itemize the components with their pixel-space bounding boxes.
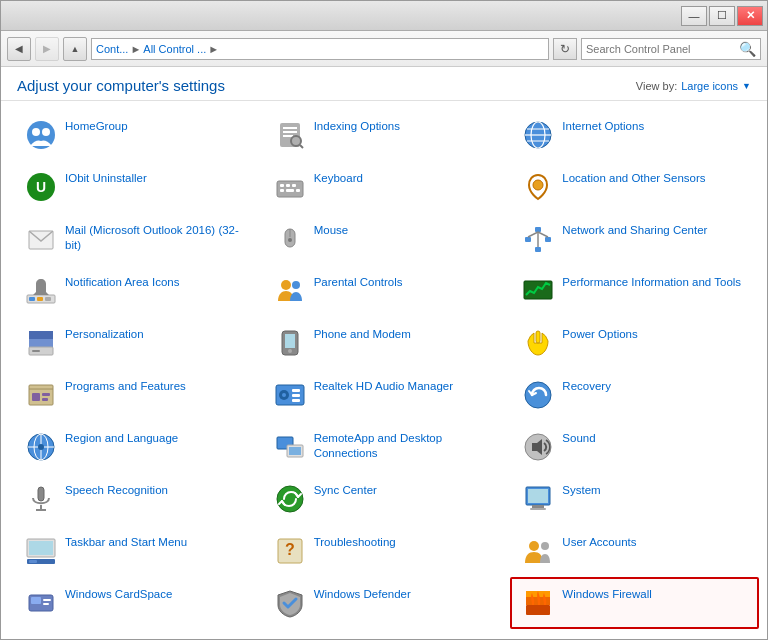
cp-item-parental-controls[interactable]: Parental Controls — [262, 265, 511, 317]
cp-item-mouse[interactable]: Mouse — [262, 213, 511, 265]
svg-point-40 — [292, 281, 300, 289]
cp-item-personalization[interactable]: Personalization — [13, 317, 262, 369]
recovery-icon — [520, 377, 556, 413]
cp-item-mail-outlook[interactable]: Mail (Microsoft Outlook 2016) (32-bit) — [13, 213, 262, 265]
minimize-button[interactable]: ― — [681, 6, 707, 26]
svg-rect-58 — [292, 389, 300, 392]
up-button[interactable]: ▲ — [63, 37, 87, 61]
address-path[interactable]: Cont... ► All Control ... ► — [91, 38, 549, 60]
cp-item-realtek-audio[interactable]: Realtek HD Audio Manager — [262, 369, 511, 421]
cp-item-troubleshooting[interactable]: ?Troubleshooting — [262, 525, 511, 577]
audio-icon — [272, 377, 308, 413]
cp-item-performance-info[interactable]: Performance Information and Tools — [510, 265, 759, 317]
cp-item-location-sensors[interactable]: Location and Other Sensors — [510, 161, 759, 213]
cp-item-sync-center[interactable]: Sync Center — [262, 473, 511, 525]
view-by-label: View by: — [636, 80, 677, 92]
svg-rect-89 — [43, 603, 49, 605]
cp-item-windows-defender[interactable]: Windows Defender — [262, 577, 511, 629]
cp-item-taskbar-start[interactable]: Taskbar and Start Menu — [13, 525, 262, 577]
cardspace-icon — [23, 585, 59, 621]
svg-rect-17 — [280, 184, 284, 187]
maximize-button[interactable]: ☐ — [709, 6, 735, 26]
svg-point-23 — [533, 180, 543, 190]
svg-point-64 — [38, 444, 44, 450]
cp-item-label-windows-update: Windows Update — [65, 637, 152, 639]
cp-item-keyboard[interactable]: Keyboard — [262, 161, 511, 213]
title-bar: ― ☐ ✕ — [1, 1, 767, 31]
update-icon — [23, 637, 59, 639]
cp-item-remoteapp[interactable]: RemoteApp and Desktop Connections — [262, 421, 511, 473]
network-icon — [520, 221, 556, 257]
svg-line-32 — [528, 232, 538, 237]
svg-rect-20 — [280, 189, 284, 192]
svg-rect-43 — [29, 331, 53, 339]
speech-icon — [23, 481, 59, 517]
cp-item-internet-options[interactable]: Internet Options — [510, 109, 759, 161]
cp-item-label-homegroup: HomeGroup — [65, 117, 128, 134]
cp-item-label-notification-icons: Notification Area Icons — [65, 273, 179, 290]
back-button[interactable]: ◀ — [7, 37, 31, 61]
defender-icon — [272, 585, 308, 621]
cp-item-region-language[interactable]: Region and Language — [13, 421, 262, 473]
address-bar: ◀ ▶ ▲ Cont... ► All Control ... ► ↻ 🔍 — [1, 31, 767, 67]
cp-item-programs-features[interactable]: Programs and Features — [13, 369, 262, 421]
cp-item-windows-update[interactable]: Windows Update — [13, 629, 262, 639]
svg-rect-87 — [31, 597, 41, 604]
cp-item-recovery[interactable]: Recovery — [510, 369, 759, 421]
cp-item-user-accounts[interactable]: User Accounts — [510, 525, 759, 577]
location-icon — [520, 169, 556, 205]
cp-item-phone-modem[interactable]: Phone and Modem — [262, 317, 511, 369]
svg-rect-53 — [42, 393, 50, 396]
cp-item-label-troubleshooting: Troubleshooting — [314, 533, 396, 550]
svg-rect-31 — [535, 247, 541, 252]
view-by-value[interactable]: Large icons — [681, 80, 738, 92]
svg-text:?: ? — [285, 541, 295, 558]
svg-rect-30 — [545, 237, 551, 242]
cp-item-label-internet-options: Internet Options — [562, 117, 644, 134]
items-grid: HomeGroupIndexing OptionsInternet Option… — [1, 101, 767, 639]
svg-point-39 — [281, 280, 291, 290]
cp-item-indexing-options[interactable]: Indexing Options — [262, 109, 511, 161]
cp-item-label-realtek-audio: Realtek HD Audio Manager — [314, 377, 453, 394]
cp-item-system[interactable]: System — [510, 473, 759, 525]
breadcrumb-cont[interactable]: Cont... — [96, 43, 128, 55]
refresh-button[interactable]: ↻ — [553, 38, 577, 60]
view-by-control: View by: Large icons ▼ — [636, 80, 751, 92]
svg-rect-37 — [37, 297, 43, 301]
cp-item-notification-icons[interactable]: Notification Area Icons — [13, 265, 262, 317]
svg-rect-38 — [45, 297, 51, 301]
svg-text:U: U — [36, 179, 46, 195]
cp-item-label-personalization: Personalization — [65, 325, 144, 342]
cp-item-label-user-accounts: User Accounts — [562, 533, 636, 550]
search-box[interactable]: 🔍 — [581, 38, 761, 60]
cp-item-windows-cardspace[interactable]: Windows CardSpace — [13, 577, 262, 629]
cp-item-sound[interactable]: Sound — [510, 421, 759, 473]
svg-point-27 — [288, 238, 292, 242]
svg-point-57 — [282, 393, 286, 397]
view-by-chevron[interactable]: ▼ — [742, 81, 751, 91]
cp-item-homegroup[interactable]: HomeGroup — [13, 109, 262, 161]
breadcrumb-all-control[interactable]: All Control ... — [143, 43, 206, 55]
svg-rect-29 — [525, 237, 531, 242]
cp-item-network-sharing[interactable]: Network and Sharing Center — [510, 213, 759, 265]
cp-item-speech-recognition[interactable]: Speech Recognition — [13, 473, 262, 525]
personalization-icon — [23, 325, 59, 361]
svg-rect-70 — [38, 487, 44, 501]
forward-button[interactable]: ▶ — [35, 37, 59, 61]
search-icon[interactable]: 🔍 — [739, 41, 756, 57]
search-input[interactable] — [586, 43, 739, 55]
cp-item-iobit-uninstaller[interactable]: UIObit Uninstaller — [13, 161, 262, 213]
mail-icon — [23, 221, 59, 257]
svg-rect-67 — [289, 447, 301, 455]
cp-item-label-speech-recognition: Speech Recognition — [65, 481, 168, 498]
close-button[interactable]: ✕ — [737, 6, 763, 26]
content-area: Adjust your computer's settings View by:… — [1, 67, 767, 639]
cp-item-power-options[interactable]: Power Options — [510, 317, 759, 369]
cp-item-windows-firewall[interactable]: Windows Firewall — [510, 577, 759, 629]
content-header: Adjust your computer's settings View by:… — [1, 67, 767, 101]
remoteapp-icon — [272, 429, 308, 465]
page-title: Adjust your computer's settings — [17, 77, 225, 94]
cp-item-label-mouse: Mouse — [314, 221, 349, 238]
cp-item-label-location-sensors: Location and Other Sensors — [562, 169, 705, 186]
cp-item-label-taskbar-start: Taskbar and Start Menu — [65, 533, 187, 550]
